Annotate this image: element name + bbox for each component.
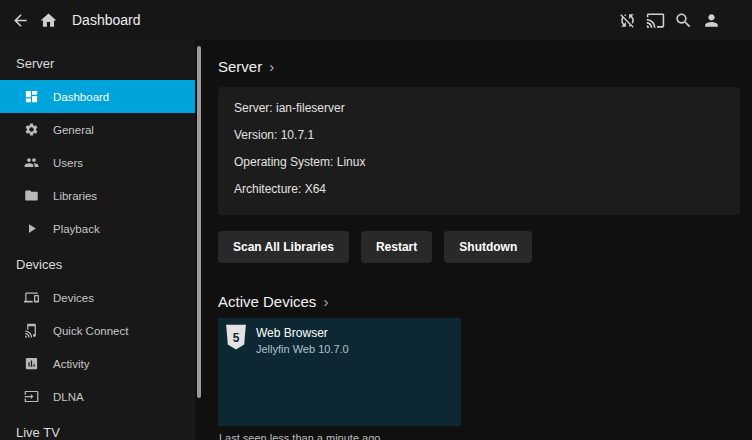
device-client: Jellyfin Web 10.7.0 xyxy=(256,343,349,355)
device-name: Web Browser xyxy=(256,324,349,340)
server-info-card: Server: ian-fileserver Version: 10.7.1 O… xyxy=(218,87,740,215)
sidebar-section-server: Server xyxy=(0,44,195,80)
active-devices-heading-label: Active Devices xyxy=(218,293,316,310)
server-version-line: Version: 10.7.1 xyxy=(234,122,724,149)
activity-icon xyxy=(24,356,39,371)
sidebar-item-quick-connect[interactable]: Quick Connect xyxy=(0,314,195,347)
top-app-bar: Dashboard xyxy=(0,0,752,40)
sidebar-item-label: Devices xyxy=(53,292,94,304)
play-icon xyxy=(24,221,39,236)
sidebar-item-activity[interactable]: Activity xyxy=(0,347,195,380)
dashboard-icon xyxy=(24,89,39,104)
restart-button[interactable]: Restart xyxy=(361,231,432,263)
cast-icon xyxy=(646,11,665,30)
syncplay-off-icon xyxy=(618,11,637,30)
device-card-image: 5 Web Browser Jellyfin Web 10.7.0 xyxy=(218,318,461,426)
sidebar-item-label: Activity xyxy=(53,358,89,370)
dlna-icon xyxy=(24,389,39,404)
sidebar-item-label: General xyxy=(53,124,94,136)
sidebar-item-label: Users xyxy=(53,157,83,169)
user-icon xyxy=(702,11,721,30)
server-os-line: Operating System: Linux xyxy=(234,149,724,176)
sidebar-item-label: DLNA xyxy=(53,391,84,403)
sidebar-item-playback[interactable]: Playback xyxy=(0,212,195,245)
svg-text:5: 5 xyxy=(233,331,240,345)
sidebar-item-label: Libraries xyxy=(53,190,97,202)
sidebar-section-live-tv: Live TV xyxy=(0,413,195,440)
back-icon xyxy=(11,11,30,30)
sidebar-item-general[interactable]: General xyxy=(0,113,195,146)
sidebar-scrollbar[interactable] xyxy=(195,40,202,440)
page-title: Dashboard xyxy=(72,12,141,28)
quick-connect-icon xyxy=(24,323,39,338)
sidebar-scrollbar-thumb[interactable] xyxy=(197,46,201,398)
device-last-seen: Last seen less than a minute ago xyxy=(218,432,461,440)
search-button[interactable] xyxy=(669,6,697,34)
search-icon xyxy=(674,11,693,30)
server-architecture-line: Architecture: X64 xyxy=(234,176,724,203)
folder-icon xyxy=(24,188,39,203)
server-name-line: Server: ian-fileserver xyxy=(234,95,724,122)
chevron-right-icon: › xyxy=(269,59,274,74)
home-icon xyxy=(39,11,58,30)
shutdown-button[interactable]: Shutdown xyxy=(444,231,532,263)
sidebar-item-dashboard[interactable]: Dashboard xyxy=(0,80,195,113)
dashboard-content: Server › Server: ian-fileserver Version:… xyxy=(202,40,752,440)
home-button[interactable] xyxy=(34,6,62,34)
device-card-text: Web Browser Jellyfin Web 10.7.0 xyxy=(256,324,349,355)
users-icon xyxy=(24,155,39,170)
sidebar-item-label: Quick Connect xyxy=(53,325,128,337)
sidebar-section-devices: Devices xyxy=(0,245,195,281)
sidebar-item-libraries[interactable]: Libraries xyxy=(0,179,195,212)
gear-icon xyxy=(24,122,39,137)
active-devices-heading[interactable]: Active Devices › xyxy=(218,293,740,310)
cast-button[interactable] xyxy=(641,6,669,34)
admin-sidebar: Server Dashboard General Users Libraries… xyxy=(0,40,195,440)
server-actions: Scan All Libraries Restart Shutdown xyxy=(218,231,740,263)
user-menu-button[interactable] xyxy=(697,6,725,34)
html5-logo-icon: 5 xyxy=(225,324,247,350)
sidebar-item-label: Dashboard xyxy=(53,91,109,103)
syncplay-button[interactable] xyxy=(613,6,641,34)
sidebar-item-dlna[interactable]: DLNA xyxy=(0,380,195,413)
page-layout: Server Dashboard General Users Libraries… xyxy=(0,40,752,440)
server-heading-label: Server xyxy=(218,58,262,75)
sidebar-item-devices[interactable]: Devices xyxy=(0,281,195,314)
sidebar-item-label: Playback xyxy=(53,223,100,235)
chevron-right-icon: › xyxy=(323,294,328,309)
devices-icon xyxy=(24,290,39,305)
sidebar-item-users[interactable]: Users xyxy=(0,146,195,179)
active-device-card[interactable]: 5 Web Browser Jellyfin Web 10.7.0 Last s… xyxy=(218,318,461,440)
server-section-heading[interactable]: Server › xyxy=(218,58,740,75)
scan-all-libraries-button[interactable]: Scan All Libraries xyxy=(218,231,349,263)
back-button[interactable] xyxy=(6,6,34,34)
